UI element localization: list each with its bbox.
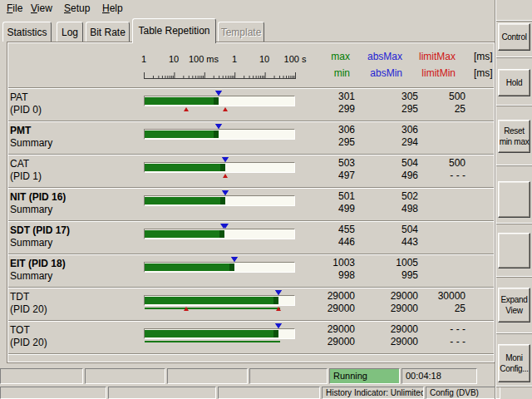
sidebar-ridge [496, 386, 532, 387]
col-header-limitmin: limitMin [421, 67, 456, 79]
tab-bit-rate[interactable]: Bit Rate [86, 22, 130, 42]
row-name: CAT [10, 158, 29, 170]
history-indicator: History Indicator: Unlimited [322, 387, 424, 399]
value-absmin: 29000 [391, 336, 418, 347]
value-absmin: 294 [401, 136, 418, 148]
table-row: TDT(PID 20)290002900030000290002900025 [0, 288, 532, 321]
tab-table-repetition[interactable]: Table Repetition [132, 18, 216, 43]
bar-range-tip [220, 164, 225, 171]
row-separator [8, 353, 494, 355]
row-sub: Summary [10, 204, 52, 215]
table-row: CAT(PID 1)503504500497496- - - [0, 155, 532, 188]
value-limitmax: 500 [449, 157, 466, 169]
col-header-limitmax: limitMax [419, 51, 456, 62]
row-name: SDT (PID 17) [10, 224, 70, 236]
table-row: NIT (PID 16)Summary501502499498 [0, 188, 532, 221]
value-max: 29000 [328, 323, 355, 335]
log-scale-ruler [143, 69, 296, 80]
tab-template[interactable]: Template [218, 22, 264, 42]
row-name: TDT [10, 291, 29, 303]
col-header-max: max [331, 51, 350, 62]
menu-setup[interactable]: Setup [64, 2, 90, 14]
menubar: File View Setup Help [0, 0, 532, 17]
table-row: TOT(PID 20)2900029000- - -2900029000- - … [0, 321, 532, 354]
repetition-bar [144, 262, 295, 273]
value-absmax: 502 [401, 190, 418, 202]
row-separator [8, 320, 494, 322]
bar-fill [145, 97, 219, 105]
col-header-unit: [ms] [474, 67, 493, 79]
abs-marker-icon [231, 257, 238, 262]
repetition-bar [144, 295, 295, 306]
row-separator [8, 121, 494, 122]
value-limitmin: - - - [450, 336, 466, 347]
bar-fill [145, 131, 219, 138]
sidebar-ridge [496, 20, 532, 22]
abs-marker-icon [275, 290, 282, 295]
row-name: EIT (PID 18) [10, 258, 66, 269]
row-separator [8, 87, 494, 89]
limit-marker-icon [223, 174, 228, 178]
status-segment [0, 368, 83, 384]
value-min: 29000 [328, 303, 355, 314]
bar-range-tip [273, 330, 278, 337]
value-max: 306 [338, 124, 355, 135]
col-header-absmin: absMin [370, 67, 402, 79]
status-segment [85, 368, 165, 384]
value-absmin: 29000 [391, 303, 418, 314]
col-header-min: min [334, 67, 350, 79]
abs-marker-icon [275, 323, 282, 328]
row-separator [8, 154, 494, 155]
scale-tick-label: 10 [169, 54, 179, 64]
scale-tick-label: 100 s [284, 54, 307, 64]
scale-tick-label: 1 [232, 54, 237, 64]
repetition-bar [144, 229, 295, 239]
tab-statistics[interactable]: Statistics [2, 22, 52, 42]
bar-range-tip [220, 197, 225, 204]
status-segment [167, 368, 248, 384]
col-header-absmax: absMax [367, 51, 402, 62]
repetition-bar [144, 129, 295, 140]
row-name: PMT [10, 125, 31, 136]
menu-view[interactable]: View [31, 2, 52, 14]
row-sub: Summary [10, 137, 52, 149]
bar-min-line [145, 341, 280, 342]
value-absmin: 498 [401, 203, 418, 214]
abs-marker-icon [222, 157, 229, 162]
row-sub: Summary [10, 237, 52, 249]
value-limitmin: 25 [455, 103, 466, 115]
row-sub: (PID 1) [10, 170, 42, 182]
table-row: PMTSummary306306295294 [0, 121, 532, 155]
col-header-unit: [ms] [474, 51, 493, 62]
abs-marker-icon [222, 224, 229, 229]
repetition-bar [144, 162, 295, 173]
row-separator [8, 220, 494, 222]
table-row: EIT (PID 18)Summary10031005998995 [0, 254, 532, 288]
repetition-bar [144, 328, 295, 339]
row-separator [8, 287, 494, 288]
control-button[interactable]: Control [498, 23, 530, 51]
row-separator [8, 254, 494, 255]
value-absmax: 29000 [391, 323, 418, 335]
bar-min-line [145, 308, 280, 309]
table-row: PAT(PID 0)30130550029929525 [0, 88, 532, 121]
status-segment [0, 387, 106, 399]
table-row: SDT (PID 17)Summary455504446443 [0, 221, 532, 254]
bar-fill [145, 230, 224, 238]
config-indicator: Config (DVB) [426, 387, 500, 399]
value-limitmin: - - - [450, 170, 466, 181]
value-min: 497 [338, 170, 355, 181]
menu-help[interactable]: Help [102, 2, 123, 14]
tab-log[interactable]: Log [57, 22, 83, 42]
bar-fill [145, 164, 225, 171]
value-absmin: 443 [401, 236, 418, 248]
value-max: 455 [338, 224, 355, 235]
menu-file[interactable]: File [7, 2, 22, 14]
value-max: 1003 [332, 257, 355, 268]
scale-tick-label: 10 [259, 54, 269, 64]
value-absmax: 306 [401, 124, 418, 135]
value-limitmin: 25 [455, 303, 466, 314]
value-limitmax: 30000 [438, 290, 466, 302]
abs-marker-icon [215, 91, 222, 96]
scale-tick-label: 100 ms [189, 54, 219, 64]
